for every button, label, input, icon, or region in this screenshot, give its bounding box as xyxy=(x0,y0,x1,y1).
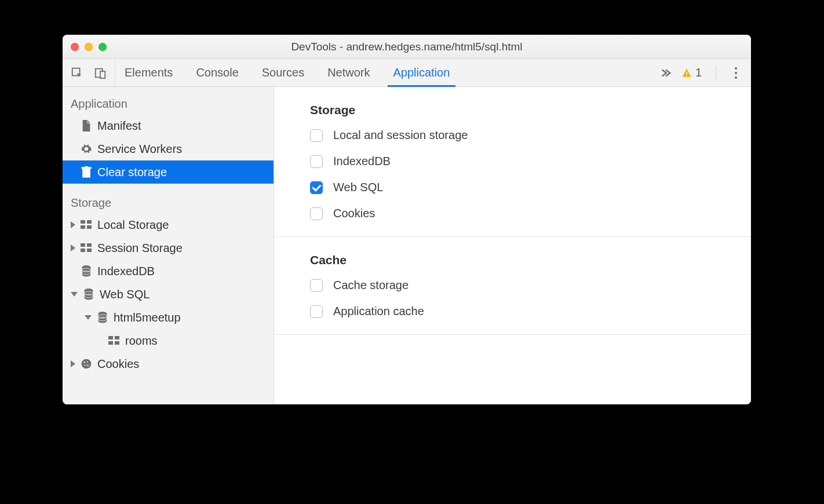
grid-icon xyxy=(80,218,93,231)
tab-network[interactable]: Network xyxy=(327,59,370,86)
sidebar-item-label: Session Storage xyxy=(97,242,183,255)
more-tabs-icon[interactable] xyxy=(659,67,672,79)
svg-point-30 xyxy=(83,361,85,363)
svg-rect-10 xyxy=(81,225,85,229)
tab-elements[interactable]: Elements xyxy=(125,59,173,86)
svg-point-32 xyxy=(87,364,89,366)
database-icon xyxy=(80,265,93,277)
sidebar-group-storage: Storage xyxy=(63,192,274,213)
svg-point-33 xyxy=(84,364,85,366)
svg-rect-15 xyxy=(87,249,92,252)
sidebar-item-indexeddb[interactable]: IndexedDB xyxy=(63,260,274,283)
checkbox[interactable] xyxy=(310,305,323,318)
document-icon xyxy=(80,119,93,132)
sidebar-item-session-storage[interactable]: Session Storage xyxy=(63,236,274,260)
sidebar-item-label: Local Storage xyxy=(97,218,169,232)
tab-application[interactable]: Application xyxy=(393,59,450,86)
checkbox-row-cookies[interactable]: Cookies xyxy=(310,207,751,220)
cookie-icon xyxy=(80,357,93,370)
svg-rect-27 xyxy=(108,341,113,345)
checkbox-label: Cookies xyxy=(333,207,375,220)
application-sidebar: ApplicationManifestService WorkersClear … xyxy=(63,87,274,404)
window-title: DevTools - andrew.hedges.name/html5/sql.… xyxy=(63,41,751,53)
kebab-menu-button[interactable] xyxy=(730,67,742,79)
close-window-button[interactable] xyxy=(71,43,79,51)
database-icon xyxy=(96,311,109,324)
tab-sources[interactable]: Sources xyxy=(262,59,304,86)
grid-icon xyxy=(80,242,93,254)
minimize-window-button[interactable] xyxy=(85,43,93,51)
checkbox-row-indexeddb[interactable]: IndexedDB xyxy=(310,155,751,168)
svg-rect-7 xyxy=(85,166,87,167)
sidebar-item-service-workers[interactable]: Service Workers xyxy=(63,137,274,160)
checkbox[interactable] xyxy=(310,279,323,292)
zoom-window-button[interactable] xyxy=(99,43,107,51)
svg-rect-26 xyxy=(115,336,119,339)
chevron-down-icon[interactable] xyxy=(85,315,92,320)
grid-icon xyxy=(108,334,121,347)
sidebar-item-cookies[interactable]: Cookies xyxy=(63,352,274,375)
sidebar-item-label: Manifest xyxy=(97,119,141,133)
chevron-down-icon[interactable] xyxy=(71,292,78,297)
warning-count: 1 xyxy=(695,66,702,79)
inspect-element-icon[interactable] xyxy=(71,67,83,79)
sidebar-item-label: rooms xyxy=(125,334,158,348)
svg-rect-9 xyxy=(87,220,92,224)
sidebar-item-local-storage[interactable]: Local Storage xyxy=(63,213,274,236)
section-title: Storage xyxy=(310,103,751,117)
warning-icon xyxy=(681,68,692,78)
checkbox-label: Application cache xyxy=(333,305,424,318)
chevron-right-icon[interactable] xyxy=(71,221,75,228)
devtools-toolbar: ElementsConsoleSourcesNetworkApplication… xyxy=(63,59,751,87)
tab-console[interactable]: Console xyxy=(196,59,238,86)
svg-point-31 xyxy=(87,361,88,363)
database-icon xyxy=(82,288,95,301)
svg-rect-25 xyxy=(108,336,113,339)
svg-rect-5 xyxy=(83,169,90,178)
section-title: Cache xyxy=(310,253,751,267)
sidebar-item-web-sql[interactable]: Web SQL xyxy=(63,283,274,306)
section-cache: CacheCache storageApplication cache xyxy=(274,237,751,335)
checkbox-row-web-sql[interactable]: Web SQL xyxy=(310,181,751,194)
sidebar-item-clear-storage[interactable]: Clear storage xyxy=(63,160,274,184)
chevron-right-icon[interactable] xyxy=(71,360,75,367)
checkbox[interactable] xyxy=(310,181,323,194)
svg-rect-8 xyxy=(81,220,85,224)
device-toolbar-icon[interactable] xyxy=(94,67,107,79)
sidebar-item-label: html5meetup xyxy=(114,311,181,324)
checkbox-label: Cache storage xyxy=(333,279,409,292)
checkbox-row-application-cache[interactable]: Application cache xyxy=(310,305,751,318)
chevron-right-icon[interactable] xyxy=(71,244,75,251)
window-titlebar: DevTools - andrew.hedges.name/html5/sql.… xyxy=(63,35,751,59)
svg-point-29 xyxy=(82,359,92,369)
application-main-panel: StorageLocal and session storageIndexedD… xyxy=(274,87,751,404)
svg-rect-12 xyxy=(81,243,85,247)
checkbox-row-cache-storage[interactable]: Cache storage xyxy=(310,279,751,292)
sidebar-item-label: Web SQL xyxy=(100,288,150,301)
sidebar-item-label: Clear storage xyxy=(97,166,167,179)
svg-rect-2 xyxy=(100,71,105,78)
sidebar-item-html5meetup[interactable]: html5meetup xyxy=(63,306,274,329)
checkbox-label: IndexedDB xyxy=(333,155,391,168)
sidebar-group-application: Application xyxy=(63,93,274,114)
traffic-lights xyxy=(63,43,107,51)
checkbox-row-local-and-session-storage[interactable]: Local and session storage xyxy=(310,129,751,142)
trash-icon xyxy=(80,166,93,178)
svg-rect-4 xyxy=(686,75,687,76)
svg-rect-14 xyxy=(81,249,85,252)
svg-rect-28 xyxy=(115,341,119,345)
checkbox[interactable] xyxy=(310,155,323,168)
warnings-indicator[interactable]: 1 xyxy=(681,66,702,79)
gear-icon xyxy=(80,143,93,155)
checkbox-label: Web SQL xyxy=(333,181,383,194)
sidebar-item-label: IndexedDB xyxy=(97,265,155,278)
checkbox[interactable] xyxy=(310,129,323,142)
checkbox-label: Local and session storage xyxy=(333,129,468,142)
toolbar-divider xyxy=(716,65,716,81)
section-storage: StorageLocal and session storageIndexedD… xyxy=(274,87,751,237)
checkbox[interactable] xyxy=(310,207,323,220)
sidebar-item-label: Service Workers xyxy=(97,143,182,156)
sidebar-item-label: Cookies xyxy=(97,357,139,371)
sidebar-item-manifest[interactable]: Manifest xyxy=(63,114,274,137)
sidebar-item-rooms[interactable]: rooms xyxy=(63,329,274,352)
